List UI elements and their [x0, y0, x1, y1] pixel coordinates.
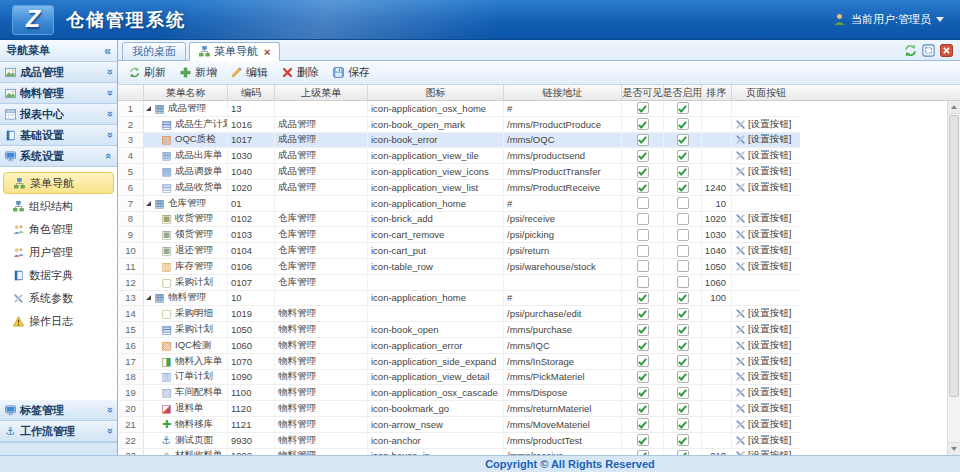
- sidebar-item[interactable]: 角色管理: [0, 218, 117, 241]
- column-header[interactable]: 菜单名称: [144, 85, 228, 100]
- checkbox-checked[interactable]: [637, 450, 649, 455]
- set-button-link[interactable]: [设置按钮]: [735, 228, 791, 241]
- set-button-link[interactable]: [设置按钮]: [735, 307, 791, 320]
- set-button-link[interactable]: [设置按钮]: [735, 449, 791, 455]
- table-row[interactable]: 10▣退还管理0104仓库管理icon-cart_put/psi/return1…: [118, 243, 800, 259]
- set-button-link[interactable]: [设置按钮]: [735, 339, 791, 352]
- sidebar-collapse-icon[interactable]: «: [104, 44, 111, 58]
- sidebar-panel-header[interactable]: 物料管理«: [0, 83, 117, 104]
- table-row[interactable]: 2▤成品生产计划1016成品管理icon-book_open_mark/mms/…: [118, 117, 800, 133]
- refresh-icon[interactable]: [904, 44, 917, 57]
- checkbox-checked[interactable]: [677, 324, 689, 336]
- checkbox-checked[interactable]: [637, 166, 649, 178]
- set-button-link[interactable]: [设置按钮]: [735, 402, 791, 415]
- checkbox-checked[interactable]: [677, 102, 689, 114]
- table-row[interactable]: 20◪退料单1120物料管理icon-bookmark_go/mms/retur…: [118, 401, 800, 417]
- checkbox-checked[interactable]: [637, 118, 649, 130]
- table-row[interactable]: 17◨物料入库单1070物料管理icon-application_side_ex…: [118, 354, 800, 370]
- set-button-link[interactable]: [设置按钮]: [735, 149, 791, 162]
- tree-expand-icon[interactable]: [146, 106, 151, 111]
- restore-icon[interactable]: [922, 44, 935, 57]
- checkbox-checked[interactable]: [677, 418, 689, 430]
- sidebar-panel-header[interactable]: 成品管理«: [0, 62, 117, 83]
- checkbox-checked[interactable]: [637, 181, 649, 193]
- table-row[interactable]: 16▧IQC检测1060物料管理icon-application_error/m…: [118, 338, 800, 354]
- checkbox-unchecked[interactable]: [677, 197, 689, 209]
- table-row[interactable]: 22⚓测试页面9930物料管理icon-anchor/mms/productTe…: [118, 433, 800, 449]
- delete-button[interactable]: 删除: [275, 63, 326, 82]
- checkbox-unchecked[interactable]: [637, 260, 649, 272]
- checkbox-unchecked[interactable]: [677, 213, 689, 225]
- checkbox-checked[interactable]: [677, 181, 689, 193]
- tab-inactive[interactable]: 我的桌面: [122, 42, 186, 61]
- tree-expand-icon[interactable]: [146, 295, 151, 300]
- table-row[interactable]: 14▢采购明细1019物料管理/psi/purchase/edit[设置按钮]: [118, 306, 800, 322]
- sidebar-panel-header[interactable]: 系统设置«: [0, 146, 117, 167]
- sidebar-item[interactable]: 用户管理: [0, 241, 117, 264]
- checkbox-checked[interactable]: [637, 134, 649, 146]
- set-button-link[interactable]: [设置按钮]: [735, 133, 791, 146]
- column-header[interactable]: 编码: [228, 85, 275, 100]
- sidebar-panel-header[interactable]: 基础设置«: [0, 125, 117, 146]
- checkbox-checked[interactable]: [637, 102, 649, 114]
- tab-active[interactable]: 菜单导航×: [189, 42, 280, 61]
- close-icon[interactable]: [940, 44, 953, 57]
- checkbox-unchecked[interactable]: [677, 229, 689, 241]
- table-row[interactable]: 3▧OQC质检1017成品管理icon-book_error/mms/OQC[设…: [118, 133, 800, 149]
- column-header[interactable]: 页面按钮: [732, 85, 800, 100]
- column-header[interactable]: 排序: [702, 85, 732, 100]
- checkbox-checked[interactable]: [637, 324, 649, 336]
- column-header[interactable]: 是否可见: [622, 85, 664, 100]
- checkbox-unchecked[interactable]: [637, 245, 649, 257]
- refresh-button[interactable]: 刷新: [122, 63, 173, 82]
- checkbox-unchecked[interactable]: [637, 229, 649, 241]
- checkbox-checked[interactable]: [677, 371, 689, 383]
- set-button-link[interactable]: [设置按钮]: [735, 386, 791, 399]
- table-row[interactable]: 11▥库存管理0106仓库管理icon-table_row/psi/wareho…: [118, 259, 800, 275]
- set-button-link[interactable]: [设置按钮]: [735, 118, 791, 131]
- column-header[interactable]: 是否启用: [664, 85, 702, 100]
- checkbox-unchecked[interactable]: [637, 197, 649, 209]
- checkbox-checked[interactable]: [677, 387, 689, 399]
- set-button-link[interactable]: [设置按钮]: [735, 370, 791, 383]
- checkbox-checked[interactable]: [677, 150, 689, 162]
- table-row[interactable]: 12▢采购计划0107仓库管理1060: [118, 275, 800, 291]
- table-row[interactable]: 21✚物料移库1121物料管理icon-arrow_nsew/mms/MoveM…: [118, 417, 800, 433]
- scroll-up-icon[interactable]: [948, 101, 960, 114]
- set-button-link[interactable]: [设置按钮]: [735, 244, 791, 257]
- sidebar-item[interactable]: 组织结构: [0, 195, 117, 218]
- sidebar-panel-header[interactable]: 标签管理«: [0, 400, 117, 421]
- checkbox-checked[interactable]: [677, 450, 689, 455]
- checkbox-checked[interactable]: [637, 403, 649, 415]
- checkbox-checked[interactable]: [637, 434, 649, 446]
- checkbox-unchecked[interactable]: [637, 276, 649, 288]
- checkbox-checked[interactable]: [637, 387, 649, 399]
- table-row[interactable]: 8▣收货管理0102仓库管理icon-brick_add/psi/receive…: [118, 212, 800, 228]
- checkbox-checked[interactable]: [677, 308, 689, 320]
- checkbox-checked[interactable]: [637, 292, 649, 304]
- checkbox-unchecked[interactable]: [637, 213, 649, 225]
- set-button-link[interactable]: [设置按钮]: [735, 418, 791, 431]
- table-row[interactable]: 5▩成品调拨单1040成品管理icon-application_view_ico…: [118, 164, 800, 180]
- table-row[interactable]: 4▦成品出库单1030成品管理icon-application_view_til…: [118, 148, 800, 164]
- table-row[interactable]: 13▦物料管理10icon-application_home#100: [118, 291, 800, 307]
- set-button-link[interactable]: [设置按钮]: [735, 181, 791, 194]
- save-button[interactable]: 保存: [326, 63, 377, 82]
- sidebar-item[interactable]: 操作日志: [0, 310, 117, 333]
- sidebar-item[interactable]: 数据字典: [0, 264, 117, 287]
- current-user-menu[interactable]: 当前用户:管理员: [833, 12, 944, 27]
- checkbox-checked[interactable]: [637, 371, 649, 383]
- checkbox-checked[interactable]: [677, 355, 689, 367]
- edit-button[interactable]: 编辑: [224, 63, 275, 82]
- set-button-link[interactable]: [设置按钮]: [735, 323, 791, 336]
- checkbox-checked[interactable]: [677, 118, 689, 130]
- scrollbar-thumb[interactable]: [949, 115, 959, 397]
- set-button-link[interactable]: [设置按钮]: [735, 355, 791, 368]
- checkbox-checked[interactable]: [637, 339, 649, 351]
- table-row[interactable]: 23⌂材料收料单1002物料管理icon-house_in/mms/receiv…: [118, 449, 800, 455]
- table-row[interactable]: 9▣领货管理0103仓库管理icon-cart_remove/psi/picki…: [118, 227, 800, 243]
- add-button[interactable]: 新增: [173, 63, 224, 82]
- checkbox-checked[interactable]: [637, 355, 649, 367]
- set-button-link[interactable]: [设置按钮]: [735, 165, 791, 178]
- checkbox-checked[interactable]: [677, 134, 689, 146]
